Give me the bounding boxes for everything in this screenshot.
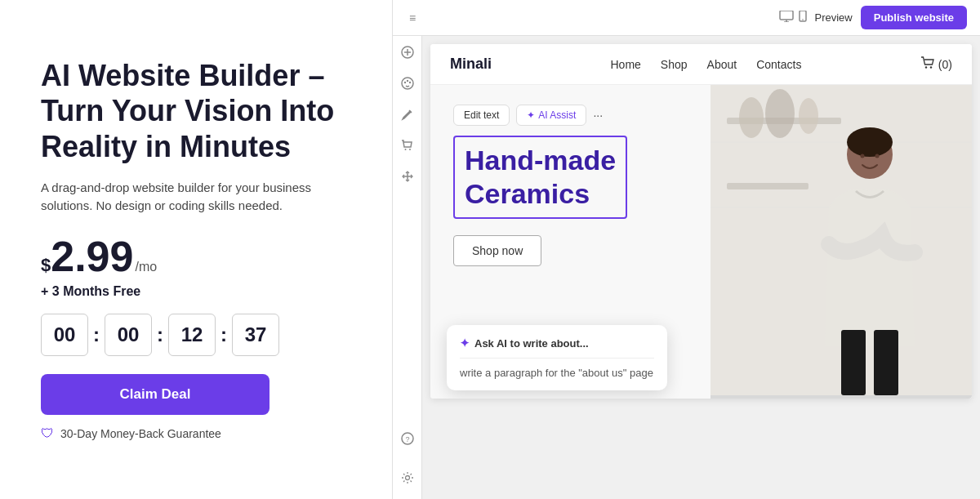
toolbar-left: ≡ bbox=[406, 8, 419, 28]
shop-now-button[interactable]: Shop now bbox=[453, 235, 541, 266]
price-amount: 2.99 bbox=[51, 235, 133, 278]
svg-rect-35 bbox=[874, 330, 898, 395]
cart-icon bbox=[920, 56, 935, 72]
website-nav-links: Home Shop About Contacts bbox=[610, 58, 801, 71]
svg-rect-24 bbox=[727, 183, 808, 189]
hero-right bbox=[710, 85, 972, 399]
nav-home[interactable]: Home bbox=[610, 58, 640, 71]
ai-chat-star-icon: ✦ bbox=[460, 336, 470, 350]
svg-point-9 bbox=[403, 82, 405, 83]
svg-point-10 bbox=[406, 80, 408, 82]
price-suffix: /mo bbox=[135, 260, 157, 274]
ai-chat-title: ✦ Ask AI to write about... bbox=[460, 336, 654, 350]
cart-count: (0) bbox=[938, 58, 952, 71]
device-icons bbox=[779, 11, 807, 25]
edit-text-button[interactable]: Edit text bbox=[453, 105, 510, 126]
sidebar-shop-icon[interactable] bbox=[401, 139, 414, 155]
publish-button[interactable]: Publish website bbox=[861, 6, 967, 29]
svg-point-11 bbox=[408, 82, 410, 83]
guarantee-row: 🛡 30-Day Money-Back Guarantee bbox=[41, 426, 351, 441]
countdown-sep2: : bbox=[157, 323, 163, 346]
website-logo: Minali bbox=[450, 56, 492, 73]
headline: AI Website Builder – Turn Your Vision In… bbox=[41, 58, 351, 164]
website-inner: Minali Home Shop About Contacts (0) bbox=[430, 44, 972, 399]
nav-shop[interactable]: Shop bbox=[661, 58, 688, 71]
countdown-sep3: : bbox=[220, 323, 227, 346]
cart-area[interactable]: (0) bbox=[920, 56, 952, 72]
svg-point-13 bbox=[404, 149, 406, 150]
svg-point-31 bbox=[847, 127, 893, 157]
price-row: $ 2.99 /mo bbox=[41, 235, 351, 278]
nav-contacts[interactable]: Contacts bbox=[756, 58, 801, 71]
edit-text-label: Edit text bbox=[464, 109, 499, 121]
svg-point-33 bbox=[875, 154, 880, 158]
edit-toolbar: Edit text ✦ AI Assist ··· bbox=[453, 105, 688, 126]
more-options-button[interactable]: ··· bbox=[593, 109, 603, 122]
svg-point-8 bbox=[402, 78, 413, 89]
svg-point-14 bbox=[409, 149, 411, 150]
price-dollar: $ bbox=[41, 255, 51, 276]
right-panel: ≡ Preview Publish website bbox=[392, 0, 980, 499]
svg-point-26 bbox=[765, 89, 795, 138]
countdown-hours2: 00 bbox=[105, 314, 152, 356]
builder-toolbar: ≡ Preview Publish website bbox=[393, 0, 980, 36]
svg-rect-34 bbox=[841, 330, 866, 395]
ai-sparkle-icon: ✦ bbox=[527, 109, 535, 121]
monitor-icon[interactable] bbox=[779, 11, 794, 25]
shield-icon: 🛡 bbox=[41, 426, 54, 441]
toolbar-right: Preview Publish website bbox=[779, 6, 968, 29]
website-preview: Minali Home Shop About Contacts (0) bbox=[422, 36, 980, 499]
subheadline: A drag-and-drop website builder for your… bbox=[41, 179, 351, 216]
preview-button[interactable]: Preview bbox=[815, 11, 853, 24]
sidebar-move-icon[interactable] bbox=[401, 170, 414, 186]
website-nav: Minali Home Shop About Contacts (0) bbox=[430, 44, 972, 85]
svg-point-32 bbox=[861, 154, 865, 158]
sidebar-gear-icon[interactable] bbox=[401, 471, 414, 488]
ai-assist-label: AI Assist bbox=[538, 109, 576, 121]
svg-point-21 bbox=[930, 66, 932, 68]
sidebar-edit-icon[interactable] bbox=[401, 108, 414, 124]
left-panel: AI Website Builder – Turn Your Vision In… bbox=[0, 25, 392, 474]
ai-chat-input[interactable]: write a paragraph for the "about us" pag… bbox=[460, 358, 654, 379]
ai-assist-button[interactable]: ✦ AI Assist bbox=[516, 105, 586, 126]
sidebar-help-icon[interactable]: ? bbox=[401, 432, 414, 448]
countdown: 00 : 00 : 12 : 37 bbox=[41, 314, 351, 356]
countdown-seconds: 37 bbox=[232, 314, 279, 356]
svg-point-19 bbox=[405, 476, 409, 480]
hero-image bbox=[710, 85, 972, 395]
hero-heading-wrapper[interactable]: Hand-made Ceramics bbox=[453, 136, 627, 219]
builder-sidebar: ? bbox=[393, 36, 422, 499]
hero-heading: Hand-made Ceramics bbox=[465, 144, 616, 211]
countdown-sep1: : bbox=[93, 323, 100, 346]
countdown-hours1: 00 bbox=[41, 314, 88, 356]
hero-left: Edit text ✦ AI Assist ··· Hand-made bbox=[430, 85, 710, 399]
svg-text:?: ? bbox=[405, 435, 409, 443]
builder-body: ? Minali Home Shop About Contacts bbox=[393, 36, 980, 499]
mobile-icon[interactable] bbox=[799, 11, 807, 25]
svg-rect-0 bbox=[780, 11, 793, 20]
sidebar-palette-icon[interactable] bbox=[401, 77, 414, 93]
nav-about[interactable]: About bbox=[707, 58, 737, 71]
sidebar-add-icon[interactable] bbox=[401, 46, 414, 62]
guarantee-text: 30-Day Money-Back Guarantee bbox=[60, 427, 221, 440]
svg-point-20 bbox=[925, 66, 927, 68]
website-hero: Edit text ✦ AI Assist ··· Hand-made bbox=[430, 85, 972, 399]
svg-point-27 bbox=[799, 98, 818, 134]
countdown-minutes: 12 bbox=[168, 314, 216, 356]
ai-chat-popup: ✦ Ask AI to write about... write a parag… bbox=[447, 325, 667, 390]
svg-point-25 bbox=[739, 97, 764, 138]
hamburger-icon[interactable]: ≡ bbox=[406, 8, 419, 28]
free-months: + 3 Months Free bbox=[41, 284, 351, 299]
claim-deal-button[interactable]: Claim Deal bbox=[41, 374, 270, 415]
svg-point-4 bbox=[802, 19, 804, 20]
